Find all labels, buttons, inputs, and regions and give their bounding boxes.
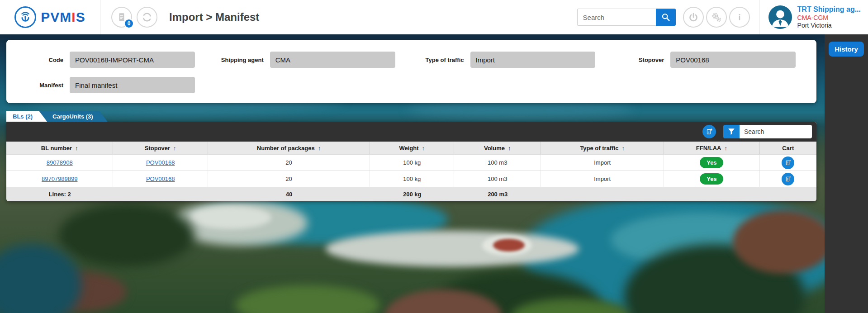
field-manifest-label: Manifest (6, 82, 70, 89)
column-header-stopover[interactable]: Stopover↑ (113, 142, 208, 154)
tab-cargounits[interactable]: CargoUnits (3) (40, 111, 108, 122)
table-header-row: BL number↑ Stopover↑ Number of packages↑… (6, 142, 816, 154)
field-type-of-traffic-label: Type of traffic (407, 57, 470, 63)
sort-arrow-icon: ↑ (318, 145, 321, 152)
user-name: TRT Shipping ag... (797, 5, 861, 14)
volume-value: 100 m3 (454, 155, 541, 171)
bl-number-link[interactable]: 89078908 (47, 159, 73, 166)
total-packages: 40 (208, 187, 370, 201)
document-plus-icon (705, 128, 713, 136)
history-button[interactable]: History (829, 42, 864, 57)
column-header-weight[interactable]: Weight↑ (370, 142, 454, 154)
global-search (577, 9, 676, 26)
total-volume: 200 m3 (454, 187, 541, 201)
table-toolbar (6, 122, 816, 142)
field-stopover-label: Stopover (607, 57, 670, 63)
table-footer-row: Lines: 2 40 200 kg 200 m3 (6, 187, 816, 201)
weight-value: 100 kg (370, 155, 454, 171)
field-stopover: Stopover (607, 52, 807, 68)
field-shipping-agent-input[interactable] (270, 52, 395, 68)
ffn-laa-badge[interactable]: Yes (700, 157, 723, 168)
field-manifest: Manifest (6, 77, 207, 93)
documents-icon[interactable]: 0 (111, 7, 132, 28)
table-row: 89707989899 POV00168 20 100 kg 100 m3 Im… (6, 171, 816, 187)
bl-cargo-tabs: BLs (2) CargoUnits (3) (6, 111, 108, 122)
manifest-form-card: Code Shipping agent Type of traffic Stop… (6, 40, 816, 103)
table-filter-group (723, 125, 812, 138)
column-header-bl-number[interactable]: BL number↑ (6, 142, 113, 154)
user-avatar-icon (768, 5, 792, 29)
logo-text: PVMIS (41, 9, 85, 25)
field-manifest-input[interactable] (70, 77, 195, 93)
field-shipping-agent: Shipping agent (207, 52, 407, 68)
ffn-laa-badge[interactable]: Yes (700, 173, 723, 185)
column-header-packages[interactable]: Number of packages↑ (208, 142, 370, 154)
bl-table-card: BL number↑ Stopover↑ Number of packages↑… (6, 122, 816, 201)
sort-arrow-icon: ↑ (75, 145, 78, 152)
field-type-of-traffic-input[interactable] (470, 52, 596, 68)
packages-value: 20 (208, 171, 370, 187)
column-header-volume[interactable]: Volume↑ (454, 142, 541, 154)
filter-funnel-icon (727, 128, 735, 136)
search-icon (661, 12, 671, 22)
lines-count: Lines: 2 (6, 187, 113, 201)
refresh-icon[interactable] (137, 7, 157, 28)
traffic-value: Import (541, 155, 664, 171)
document-plus-icon (784, 175, 792, 183)
sort-arrow-icon: ↑ (508, 145, 511, 152)
total-weight: 200 kg (370, 187, 454, 201)
field-shipping-agent-label: Shipping agent (207, 57, 270, 63)
user-port: Port Victoria (797, 22, 861, 30)
stopover-link[interactable]: POV00168 (146, 159, 175, 166)
user-company: CMA-CGM (797, 14, 861, 22)
history-panel: History (825, 34, 868, 313)
column-header-ffn-laa[interactable]: FFN/LAA↑ (664, 142, 759, 154)
search-button[interactable] (656, 9, 676, 26)
field-stopover-input[interactable] (670, 52, 796, 68)
table-search-input[interactable] (740, 125, 812, 138)
user-menu[interactable]: TRT Shipping ag... CMA-CGM Port Victoria (759, 0, 868, 34)
field-type-of-traffic: Type of traffic (407, 52, 607, 68)
add-to-cart-button[interactable] (782, 156, 794, 169)
volume-value: 100 m3 (454, 171, 541, 187)
sort-arrow-icon: ↑ (422, 145, 425, 152)
app-logo[interactable]: PVMIS (0, 0, 100, 34)
traffic-value: Import (541, 171, 664, 187)
field-code-label: Code (6, 57, 70, 63)
sort-arrow-icon: ↑ (621, 145, 625, 152)
documents-count-badge: 0 (124, 19, 134, 28)
info-icon[interactable] (729, 7, 750, 28)
packages-value: 20 (208, 155, 370, 171)
weight-value: 100 kg (370, 171, 454, 187)
field-code: Code (6, 52, 207, 68)
add-to-cart-all-button[interactable] (702, 125, 716, 138)
stopover-link[interactable]: POV00168 (146, 175, 175, 182)
document-plus-icon (784, 159, 792, 166)
sort-arrow-icon: ↑ (724, 145, 727, 152)
bl-number-link[interactable]: 89707989899 (42, 175, 78, 182)
column-header-cart: Cart (760, 142, 816, 154)
sort-arrow-icon: ↑ (173, 145, 176, 152)
add-to-cart-button[interactable] (782, 173, 794, 185)
filter-button[interactable] (723, 125, 740, 138)
global-search-input[interactable] (577, 9, 656, 26)
anchor-logo-icon (14, 6, 36, 28)
settings-gears-icon[interactable] (706, 7, 727, 28)
power-icon[interactable] (683, 7, 704, 28)
top-bar: PVMIS 0 Import > Manifest (0, 0, 868, 34)
column-header-traffic[interactable]: Type of traffic↑ (541, 142, 664, 154)
field-code-input[interactable] (70, 52, 195, 68)
table-row: 89078908 POV00168 20 100 kg 100 m3 Impor… (6, 154, 816, 171)
page-title: Import > Manifest (169, 11, 259, 24)
